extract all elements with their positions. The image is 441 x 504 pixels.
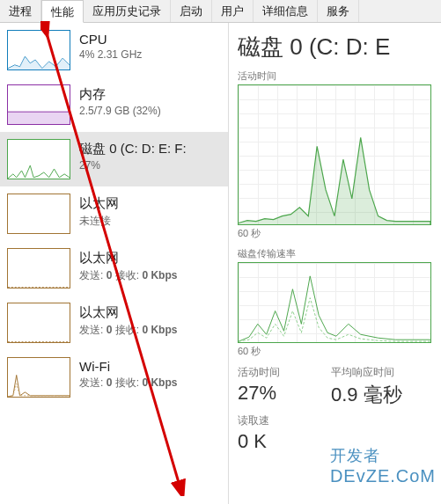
activity-chart-label: 活动时间 <box>238 69 441 83</box>
stat-row-2: 读取速 0 K <box>238 413 441 453</box>
resource-sidebar: CPU 4% 2.31 GHz 内存 2.5/7.9 GB (32%) <box>0 23 229 504</box>
sidebar-item-disk0[interactable]: 磁盘 0 (C: D: E: F: 27% <box>0 132 228 186</box>
eth2-title: 以太网 <box>79 304 177 321</box>
stat-active-label: 活动时间 <box>238 365 308 380</box>
sidebar-item-ethernet-0[interactable]: 以太网 未连接 <box>0 186 228 241</box>
svg-rect-0 <box>8 112 70 125</box>
stat-latency-label: 平均响应时间 <box>331 365 402 380</box>
tab-app-history[interactable]: 应用历史记录 <box>84 0 171 22</box>
sidebar-item-cpu[interactable]: CPU 4% 2.31 GHz <box>0 23 228 77</box>
eth0-sub: 未连接 <box>79 214 119 229</box>
tab-users[interactable]: 用户 <box>212 0 254 22</box>
sidebar-item-ethernet-1[interactable]: 以太网 发送: 0 接收: 0 Kbps <box>0 241 228 296</box>
tab-startup[interactable]: 启动 <box>171 0 212 22</box>
sidebar-item-wifi[interactable]: Wi-Fi 发送: 0 接收: 0 Kbps <box>0 350 228 405</box>
tab-details[interactable]: 详细信息 <box>254 0 318 22</box>
stat-active-value: 27% <box>238 382 308 405</box>
disk-sub: 27% <box>79 159 187 172</box>
memory-sub: 2.5/7.9 GB (32%) <box>79 105 161 117</box>
eth2-sub: 发送: 0 接收: 0 Kbps <box>79 323 177 338</box>
stat-read-label: 读取速 <box>238 413 308 428</box>
stat-row-1: 活动时间 27% 平均响应时间 0.9 毫秒 <box>238 365 441 408</box>
stat-read-value: 0 K <box>238 430 308 453</box>
sidebar-item-memory[interactable]: 内存 2.5/7.9 GB (32%) <box>0 77 228 132</box>
cpu-sub: 4% 2.31 GHz <box>79 48 142 61</box>
activity-chart <box>238 84 431 225</box>
disk-title: 磁盘 0 (C: D: E: F: <box>79 141 187 157</box>
activity-axis-note: 60 秒 <box>238 227 441 240</box>
tab-performance[interactable]: 性能 <box>41 0 84 23</box>
cpu-sparkline <box>7 30 70 70</box>
tab-processes[interactable]: 进程 <box>0 0 41 22</box>
detail-pane: 磁盘 0 (C: D: E 活动时间 60 秒 磁盘传输速率 60 秒 活动时间… <box>229 23 441 504</box>
detail-title: 磁盘 0 (C: D: E <box>238 32 441 62</box>
wifi-title: Wi-Fi <box>79 359 177 374</box>
eth1-sub: 发送: 0 接收: 0 Kbps <box>79 268 177 283</box>
disk-sparkline <box>7 139 70 179</box>
wifi-sub: 发送: 0 接收: 0 Kbps <box>79 376 177 391</box>
transfer-chart <box>238 262 431 343</box>
transfer-chart-label: 磁盘传输速率 <box>238 247 441 260</box>
cpu-title: CPU <box>79 32 142 47</box>
eth0-title: 以太网 <box>79 195 119 212</box>
wifi-sparkline <box>7 357 70 398</box>
memory-title: 内存 <box>79 86 161 103</box>
stat-latency-value: 0.9 毫秒 <box>331 382 402 408</box>
eth1-sparkline <box>7 248 70 289</box>
eth2-sparkline <box>7 303 70 343</box>
eth1-title: 以太网 <box>79 250 177 267</box>
tab-services[interactable]: 服务 <box>318 0 359 22</box>
transfer-axis-note: 60 秒 <box>238 345 441 358</box>
memory-sparkline <box>7 84 70 125</box>
sidebar-item-ethernet-2[interactable]: 以太网 发送: 0 接收: 0 Kbps <box>0 296 228 350</box>
eth0-sparkline <box>7 194 70 234</box>
tab-bar: 进程 性能 应用历史记录 启动 用户 详细信息 服务 <box>0 0 441 23</box>
